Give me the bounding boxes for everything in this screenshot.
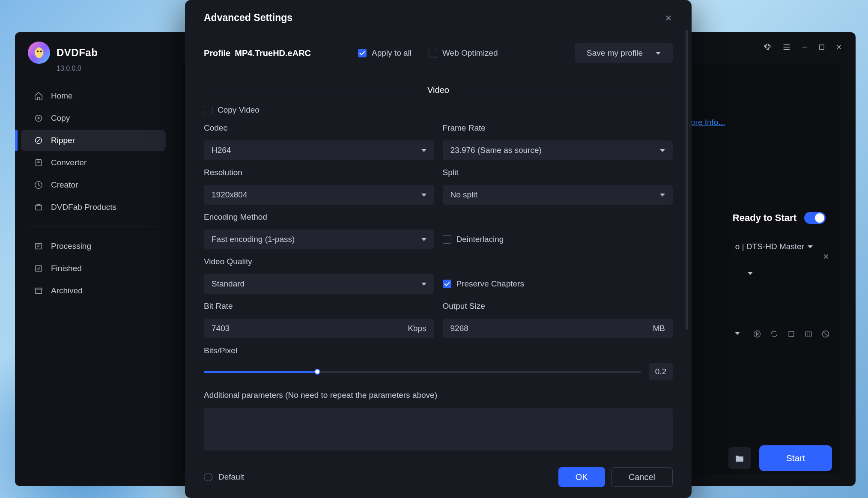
bitrate-input[interactable]: 7403Kbps: [204, 319, 434, 338]
profile-value: MP4.TrueHD.eARC: [235, 48, 311, 58]
videoquality-value: Standard: [212, 279, 245, 289]
profile-label: Profile: [204, 48, 230, 58]
forbid-icon[interactable]: [821, 330, 830, 338]
nav-label: Archived: [51, 286, 83, 295]
nav-label: Ripper: [51, 136, 75, 145]
outsize-value: 9268: [450, 324, 649, 333]
slider-thumb[interactable]: [314, 369, 320, 375]
app-name: DVDFab: [57, 47, 98, 59]
dialog-body: Profile MP4.TrueHD.eARC Apply to all Web…: [185, 28, 692, 456]
task-remove-icon[interactable]: [822, 253, 830, 260]
nav-label: Copy: [51, 113, 70, 123]
copy-video-label: Copy Video: [218, 105, 260, 115]
sidebar-divider: [28, 227, 159, 227]
dialog-header: Advanced Settings: [185, 0, 692, 28]
refresh-icon[interactable]: [770, 330, 779, 338]
nav-label: Processing: [51, 242, 91, 251]
start-button[interactable]: Start: [759, 445, 832, 471]
nav-label: DVDFab Products: [51, 203, 116, 212]
outsize-unit: MB: [653, 324, 665, 333]
codec-value: H264: [212, 146, 231, 155]
split-select[interactable]: No split: [443, 185, 673, 205]
copy-video-checkbox[interactable]: Copy Video: [204, 105, 673, 115]
nav-creator[interactable]: Creator: [21, 174, 166, 196]
nav-processing[interactable]: Processing: [21, 236, 166, 257]
nav-copy[interactable]: Copy: [21, 107, 166, 129]
audio-track-hint[interactable]: o | DTS-HD Master: [735, 242, 813, 251]
nav-home[interactable]: Home: [21, 85, 166, 107]
bitrate-label: Bit Rate: [204, 301, 434, 311]
addparams-textarea[interactable]: [204, 408, 673, 450]
svg-point-2: [40, 51, 42, 52]
maximize-button[interactable]: [818, 43, 826, 51]
codec-select[interactable]: H264: [204, 140, 434, 160]
nav-converter[interactable]: Converter: [21, 152, 166, 173]
bitspixel-slider[interactable]: [204, 371, 641, 373]
resolution-value: 1920x804: [212, 190, 247, 200]
split-value: No split: [450, 190, 477, 200]
edit-icon[interactable]: [804, 330, 813, 338]
chevron-down-icon: [421, 194, 427, 197]
encmethod-select[interactable]: Fast encoding (1-pass): [204, 230, 434, 249]
dialog-footer: Default OK Cancel: [185, 456, 692, 498]
chevron-down-icon[interactable]: [735, 332, 740, 335]
nav-label: Home: [51, 91, 73, 101]
nav-ripper[interactable]: Ripper: [21, 130, 166, 151]
chevron-down-icon: [421, 149, 427, 152]
dialog-title: Advanced Settings: [204, 12, 292, 24]
ok-button[interactable]: OK: [558, 467, 605, 487]
svg-point-3: [36, 115, 42, 122]
bitspixel-value: 0.2: [649, 363, 673, 380]
nav-products[interactable]: DVDFab Products: [21, 197, 166, 218]
cancel-button[interactable]: Cancel: [611, 467, 673, 487]
ok-label: OK: [576, 472, 588, 482]
outsize-input[interactable]: 9268MB: [443, 319, 673, 338]
nav-label: Creator: [51, 180, 78, 190]
svg-point-14: [754, 331, 761, 337]
close-button[interactable]: [835, 43, 843, 51]
encmethod-label: Encoding Method: [204, 212, 434, 222]
ready-label: Ready to Start: [733, 212, 796, 224]
save-profile-label: Save my profile: [587, 48, 643, 58]
advanced-settings-dialog: Advanced Settings Profile MP4.TrueHD.eAR…: [185, 0, 692, 498]
minimize-button[interactable]: [801, 43, 808, 51]
web-optimized-checkbox[interactable]: Web Optimized: [429, 48, 498, 58]
menu-icon[interactable]: [782, 42, 791, 52]
scrollbar[interactable]: [686, 30, 688, 330]
play-icon[interactable]: [753, 330, 761, 338]
close-icon[interactable]: [664, 14, 673, 22]
nav-finished[interactable]: Finished: [21, 258, 166, 279]
videoquality-select[interactable]: Standard: [204, 274, 434, 294]
slider-fill: [204, 371, 317, 373]
chevron-down-icon[interactable]: [748, 272, 753, 275]
ready-toggle[interactable]: [804, 212, 826, 224]
checkbox-icon: [358, 49, 367, 57]
bitspixel-slider-row: 0.2: [204, 363, 673, 380]
chevron-down-icon: [660, 149, 665, 152]
deinterlacing-label: Deinterlacing: [456, 235, 504, 244]
svg-point-4: [38, 117, 39, 119]
nav-label: Finished: [51, 264, 82, 273]
task-action-icons: [753, 330, 830, 338]
split-label: Split: [443, 168, 673, 177]
profile-row: Profile MP4.TrueHD.eARC Apply to all Web…: [204, 30, 673, 78]
nav-archived[interactable]: Archived: [21, 280, 166, 301]
outsize-label: Output Size: [443, 301, 673, 311]
output-folder-button[interactable]: [728, 447, 751, 469]
save-profile-button[interactable]: Save my profile: [575, 43, 673, 63]
more-info-link[interactable]: ore Info...: [691, 118, 725, 127]
preserve-chapters-checkbox[interactable]: Preserve Chapters: [443, 274, 673, 294]
default-radio[interactable]: [204, 473, 212, 481]
apply-all-checkbox[interactable]: Apply to all: [358, 48, 412, 58]
crop-icon[interactable]: [787, 330, 796, 338]
framerate-select[interactable]: 23.976 (Same as source): [443, 140, 673, 160]
app-logo-icon: [28, 42, 50, 64]
puzzle-icon[interactable]: [763, 42, 773, 52]
deinterlacing-checkbox[interactable]: Deinterlacing: [443, 230, 673, 249]
svg-point-1: [37, 51, 39, 52]
svg-rect-10: [36, 266, 42, 271]
bottom-action-bar: Start: [728, 445, 832, 471]
resolution-select[interactable]: 1920x804: [204, 185, 434, 205]
svg-rect-9: [36, 244, 42, 249]
checkbox-icon: [204, 106, 212, 114]
